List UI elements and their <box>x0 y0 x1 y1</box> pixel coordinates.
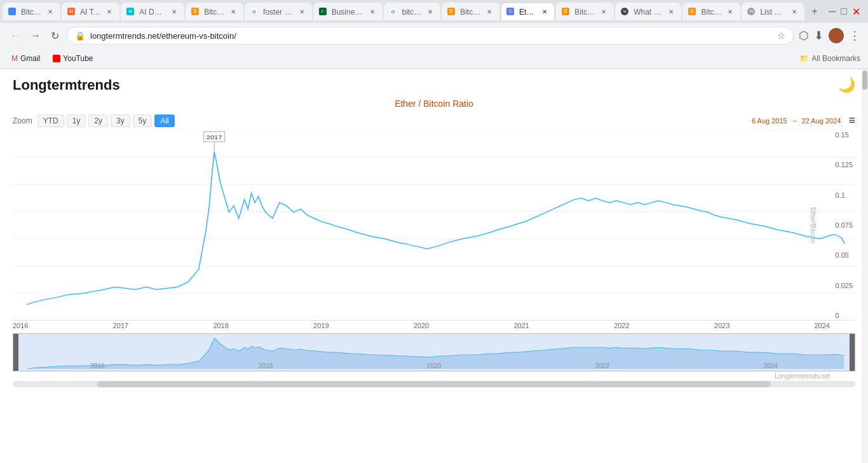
tab-favicon-t11: M <box>621 8 630 17</box>
tab-favicon-t2: AI <box>67 8 76 17</box>
address-right-icons: ⬡ ⬇ ⋮ <box>799 28 860 43</box>
tab-close-t12[interactable]: ✕ <box>726 8 735 17</box>
extensions-button[interactable]: ⬡ <box>799 29 809 43</box>
bottom-scrollbar[interactable] <box>13 381 855 387</box>
all-bookmarks-button[interactable]: 📁 All Bookmarks <box>799 54 860 63</box>
tab-favicon-t6: F <box>319 8 328 17</box>
tab-t9[interactable]: Ξ Eth… ✕ <box>501 3 555 20</box>
chrome-menu-button[interactable]: ⋮ <box>849 29 860 43</box>
tab-favicon-t4: ₿ <box>191 8 200 17</box>
x-label-2023: 2023 <box>714 322 729 329</box>
tab-favicon-t12: ₿ <box>688 8 697 17</box>
tab-close-t9[interactable]: ✕ <box>540 8 549 17</box>
mini-x-2016: 2016 <box>90 363 104 370</box>
date-range: 6 Aug 2015 → 22 Aug 2024 <box>752 117 841 125</box>
tab-label-t8: Bitcoin <box>460 8 481 17</box>
forward-button[interactable]: → <box>28 27 43 44</box>
svg-text:2017: 2017 <box>207 133 222 140</box>
page-scrollbar[interactable] <box>862 69 868 463</box>
site-logo: Longtermtrends <box>13 77 120 93</box>
download-button[interactable]: ⬇ <box>814 29 824 43</box>
chart-menu-icon[interactable]: ≡ <box>848 114 855 127</box>
url-bar[interactable]: 🔒 longtermtrends.net/ethereum-vs-bitcoin… <box>67 27 794 45</box>
zoom-1y[interactable]: 1y <box>67 114 86 127</box>
tab-close-t11[interactable]: ✕ <box>667 8 675 17</box>
close-browser-button[interactable]: ✕ <box>852 6 860 18</box>
tab-label-t12: Bitcoin <box>701 8 722 17</box>
tab-close-t5[interactable]: ✕ <box>297 8 306 17</box>
x-label-2018: 2018 <box>213 322 228 329</box>
bookmarks-folder-icon: 📁 <box>799 54 809 63</box>
tab-t12[interactable]: ₿ Bitcoin ✕ <box>682 3 740 20</box>
tab-favicon-t3: AI <box>126 8 135 17</box>
tab-label-t2: AI Text <box>80 8 101 17</box>
tab-close-t4[interactable]: ✕ <box>229 8 238 17</box>
tab-favicon-t7: G <box>390 8 398 17</box>
tab-label-t5: foster s… <box>263 8 294 17</box>
tab-t6[interactable]: F Busines… ✕ <box>313 3 383 20</box>
dark-mode-button[interactable]: 🌙 <box>838 77 855 93</box>
zoom-2y[interactable]: 2y <box>88 114 108 127</box>
zoom-controls: Zoom YTD 1y 2y 3y 5y All 6 Aug 2015 → 22… <box>13 114 855 127</box>
new-tab-button[interactable]: + <box>807 4 822 19</box>
tab-close-t10[interactable]: ✕ <box>599 8 608 17</box>
zoom-label: Zoom <box>13 116 32 125</box>
tab-close-t8[interactable]: ✕ <box>485 8 494 17</box>
tab-label-t4: Bitcoin <box>204 8 225 17</box>
tab-favicon-t1 <box>8 8 17 17</box>
x-axis: 2016 2017 2018 2019 2020 2021 2022 2023 … <box>13 321 855 331</box>
minimap[interactable]: 2016 2018 2020 2022 2024 <box>13 333 855 371</box>
tab-label-t7: bitcoin <box>402 8 423 17</box>
maximize-button[interactable]: □ <box>841 6 847 17</box>
site-header: Longtermtrends 🌙 <box>0 69 868 99</box>
tab-close-t13[interactable]: ✕ <box>790 8 799 17</box>
date-to: 22 Aug 2024 <box>802 117 841 125</box>
tab-t3[interactable]: AI AI Det… ✕ <box>121 3 184 20</box>
tab-t8[interactable]: ₿ Bitcoin ✕ <box>442 3 499 20</box>
reload-button[interactable]: ↻ <box>48 27 62 45</box>
profile-button[interactable] <box>829 28 844 43</box>
tab-t10[interactable]: ₿ Bitcoin ✕ <box>556 3 614 20</box>
url-icons: ☆ <box>777 31 785 41</box>
chart-line <box>27 152 844 305</box>
tab-t11[interactable]: M What h… ✕ <box>615 3 681 20</box>
tab-close-t7[interactable]: ✕ <box>426 8 435 17</box>
tab-close-t1[interactable]: ✕ <box>46 8 55 17</box>
minimap-right-handle[interactable] <box>850 334 855 371</box>
tab-t7[interactable]: G bitcoin ✕ <box>384 3 441 20</box>
mini-x-2022: 2022 <box>595 363 609 370</box>
tab-close-t6[interactable]: ✕ <box>368 8 377 17</box>
zoom-5y[interactable]: 5y <box>133 114 153 127</box>
scrollbar-thumb-bottom <box>97 381 771 387</box>
tab-t13[interactable]: W List of… ✕ <box>742 3 804 20</box>
chart-section: Ether / Bitcoin Ratio Zoom YTD 1y 2y 3y … <box>0 99 868 387</box>
site-credit: Longtermtrends.net <box>13 373 855 380</box>
bookmark-youtube[interactable]: YouTube <box>49 53 97 64</box>
x-label-2020: 2020 <box>414 322 429 329</box>
tab-close-t3[interactable]: ✕ <box>170 8 179 17</box>
address-bar: ← → ↻ 🔒 longtermtrends.net/ethereum-vs-b… <box>0 23 868 48</box>
zoom-all[interactable]: All <box>154 114 174 127</box>
tab-t4[interactable]: ₿ Bitcoin ✕ <box>186 3 243 20</box>
tab-bar: Bitcoin ✕ AI AI Text ✕ AI AI Det… ✕ ₿ Bi… <box>0 0 868 23</box>
tab-label-t6: Busines… <box>332 8 364 17</box>
tab-t1[interactable]: Bitcoin ✕ <box>3 3 60 20</box>
tab-close-t2[interactable]: ✕ <box>105 8 114 17</box>
youtube-favicon <box>53 55 60 62</box>
bookmark-gmail[interactable]: M Gmail <box>8 53 44 64</box>
tab-label-t10: Bitcoin <box>574 8 595 17</box>
back-button[interactable]: ← <box>8 27 23 44</box>
zoom-ytd[interactable]: YTD <box>37 114 64 127</box>
zoom-3y[interactable]: 3y <box>111 114 130 127</box>
minimap-left-handle[interactable] <box>13 334 18 371</box>
x-label-2019: 2019 <box>313 322 329 329</box>
tab-t2[interactable]: AI AI Text ✕ <box>62 3 119 20</box>
chart-svg: 2017 <box>13 130 855 320</box>
star-icon[interactable]: ☆ <box>777 31 785 41</box>
minimize-button[interactable]: ─ <box>829 6 836 17</box>
tab-t5[interactable]: G foster s… ✕ <box>245 3 312 20</box>
date-arrow: → <box>791 117 798 125</box>
tab-label-t9: Eth… <box>519 8 536 17</box>
x-label-2016: 2016 <box>13 322 28 329</box>
x-label-2022: 2022 <box>614 322 629 329</box>
